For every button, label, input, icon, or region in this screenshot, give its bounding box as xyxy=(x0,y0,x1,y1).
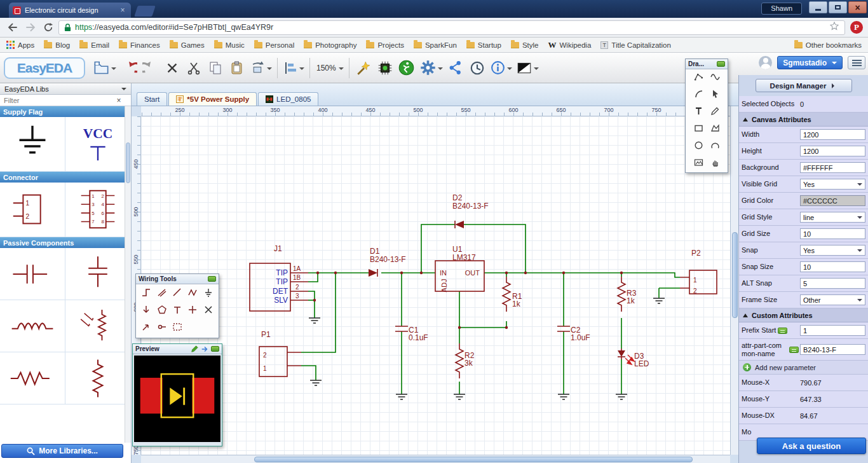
value-label-d1[interactable]: B240-13-F xyxy=(370,255,406,264)
canvas-vertical-scrollbar[interactable] xyxy=(730,106,738,455)
other-bookmarks-button[interactable]: Other bookmarks xyxy=(794,41,862,49)
edit-pencil-icon[interactable] xyxy=(191,345,198,353)
bookmark-blog[interactable]: Blog xyxy=(44,41,70,49)
net-cross-tool[interactable] xyxy=(187,305,198,317)
bookmark-sparkfun[interactable]: SparkFun xyxy=(414,41,457,49)
bus-entry-tool[interactable] xyxy=(172,287,182,300)
open-footprint-icon[interactable] xyxy=(201,345,208,353)
snap-select[interactable]: Yes xyxy=(800,245,865,256)
height-input[interactable]: 1200 xyxy=(800,146,865,156)
bookmark-email[interactable]: Email xyxy=(79,41,109,49)
group-tool[interactable] xyxy=(172,322,182,335)
component-labels[interactable]: J1 D1 B240-13-F D2 B240-13-F U1 LM317 R1… xyxy=(261,193,701,372)
value-label-r1[interactable]: 1k xyxy=(512,300,521,308)
visible-grid-select[interactable]: Yes xyxy=(800,179,865,190)
bookmark-startup[interactable]: Startup xyxy=(466,41,501,49)
file-open-button[interactable] xyxy=(92,55,118,81)
doc-tab-start[interactable]: Start xyxy=(137,92,167,106)
bookmark-games[interactable]: Games xyxy=(170,41,205,49)
doc-tab-led-0805[interactable]: LED_0805 xyxy=(258,92,318,106)
bookmark-style[interactable]: Style xyxy=(511,41,539,49)
ic-library-button[interactable] xyxy=(375,55,395,81)
align-button[interactable] xyxy=(281,55,306,81)
address-input[interactable]: https://easyeda.com/editor#id=Se7pHBTbt|… xyxy=(58,20,845,35)
ref-label-u1[interactable]: U1 xyxy=(452,245,463,254)
vcc-tool[interactable] xyxy=(172,305,182,317)
scrollbar-thumb[interactable] xyxy=(126,142,130,183)
avatar-icon[interactable] xyxy=(759,56,772,69)
rectangle-tool[interactable] xyxy=(694,123,703,135)
canvas-attributes-header[interactable]: Canvas Attributes xyxy=(739,113,868,127)
tab-close-icon[interactable] xyxy=(118,6,127,15)
add-new-parameter-button[interactable]: Add new parameter xyxy=(739,361,868,375)
component-outlines[interactable] xyxy=(250,221,717,378)
ask-a-question-button[interactable]: Ask a question xyxy=(757,438,866,454)
run-simulation-button[interactable] xyxy=(397,55,417,81)
polyline-tool[interactable] xyxy=(694,72,703,84)
easyeda-logo[interactable]: EasyEDA xyxy=(4,57,85,79)
back-button[interactable] xyxy=(5,20,20,35)
bookmark-personal[interactable]: Personal xyxy=(254,41,294,49)
close-button[interactable] xyxy=(848,1,867,13)
reload-button[interactable] xyxy=(41,20,56,35)
undo-button[interactable] xyxy=(119,55,139,81)
arrow-cursor-tool[interactable] xyxy=(710,89,720,101)
pencil-tool[interactable] xyxy=(710,106,720,118)
part-common-name-input[interactable]: B240-13-F xyxy=(800,344,865,355)
circle-tool[interactable] xyxy=(694,141,703,153)
section-header-connector[interactable]: Connector xyxy=(0,172,131,183)
delete-button[interactable] xyxy=(162,55,182,81)
history-button[interactable] xyxy=(467,55,487,81)
section-header-passive[interactable]: Passive Components xyxy=(0,237,131,248)
image-tool[interactable] xyxy=(694,158,703,170)
no-connect-tool[interactable] xyxy=(203,305,214,317)
probe-tool[interactable] xyxy=(141,322,151,335)
library-item-photoresistor[interactable] xyxy=(65,300,131,352)
wire-net[interactable] xyxy=(301,225,680,394)
grid-size-input[interactable]: 10 xyxy=(800,228,865,239)
frame-size-select[interactable]: Other xyxy=(800,294,865,305)
library-item-vcc-flag[interactable]: VCC xyxy=(65,117,131,172)
settings-button[interactable] xyxy=(418,55,444,81)
forward-button[interactable] xyxy=(23,20,38,35)
polygon-shape-tool[interactable] xyxy=(157,305,167,317)
ref-label-d2[interactable]: D2 xyxy=(452,193,463,202)
visibility-toggle-icon[interactable] xyxy=(789,347,799,353)
drag-hand-tool[interactable] xyxy=(710,158,720,170)
wire-tool[interactable] xyxy=(141,287,151,300)
minimize-button[interactable] xyxy=(809,1,827,13)
width-input[interactable]: 1200 xyxy=(800,129,865,140)
scrollbar-thumb[interactable] xyxy=(254,457,693,462)
ref-label-p2[interactable]: P2 xyxy=(691,249,701,258)
bookmark-star-icon[interactable] xyxy=(829,21,839,34)
value-label-c1[interactable]: 0.1uF xyxy=(409,333,428,342)
library-source-dropdown[interactable]: EasyEDA Libs xyxy=(0,83,131,95)
ref-label-d1[interactable]: D1 xyxy=(370,247,380,256)
section-header-supply-flag[interactable]: Supply Flag xyxy=(0,106,131,117)
theme-button[interactable] xyxy=(515,55,540,81)
more-libraries-button[interactable]: More Libraries... xyxy=(1,444,123,458)
snap-size-input[interactable]: 10 xyxy=(800,261,865,272)
text-tool[interactable] xyxy=(694,106,703,118)
bookmark-projects[interactable]: Projects xyxy=(366,41,404,49)
ref-label-p1[interactable]: P1 xyxy=(261,330,271,339)
account-menu-button[interactable]: Sgmustadio xyxy=(777,56,843,69)
filter-input[interactable] xyxy=(0,97,114,104)
minimize-palette-icon[interactable] xyxy=(211,346,219,352)
schematic-drawing[interactable]: J1 D1 B240-13-F D2 B240-13-F U1 LM317 R1… xyxy=(141,116,730,455)
pin-tool[interactable] xyxy=(157,322,167,335)
net-port-tool[interactable] xyxy=(141,305,151,317)
info-button[interactable] xyxy=(489,55,513,81)
bookmark-photography[interactable]: Photography xyxy=(304,41,356,49)
share-button[interactable] xyxy=(445,55,466,81)
ref-label-j1[interactable]: J1 xyxy=(274,244,282,253)
minimize-palette-icon[interactable] xyxy=(717,61,725,67)
library-item-resistor-us[interactable] xyxy=(0,352,65,404)
library-scrollbar[interactable] xyxy=(125,106,131,443)
magic-wand-button[interactable] xyxy=(353,55,374,81)
bookmark-wikipedia[interactable]: Wikipedia xyxy=(548,40,591,50)
browser-tab[interactable]: Electronic circuit design xyxy=(9,3,131,18)
visibility-toggle-icon[interactable] xyxy=(778,328,787,334)
transform-button[interactable] xyxy=(248,55,273,81)
schematic-sheet[interactable]: J1 D1 B240-13-F D2 B240-13-F U1 LM317 R1… xyxy=(141,116,730,455)
